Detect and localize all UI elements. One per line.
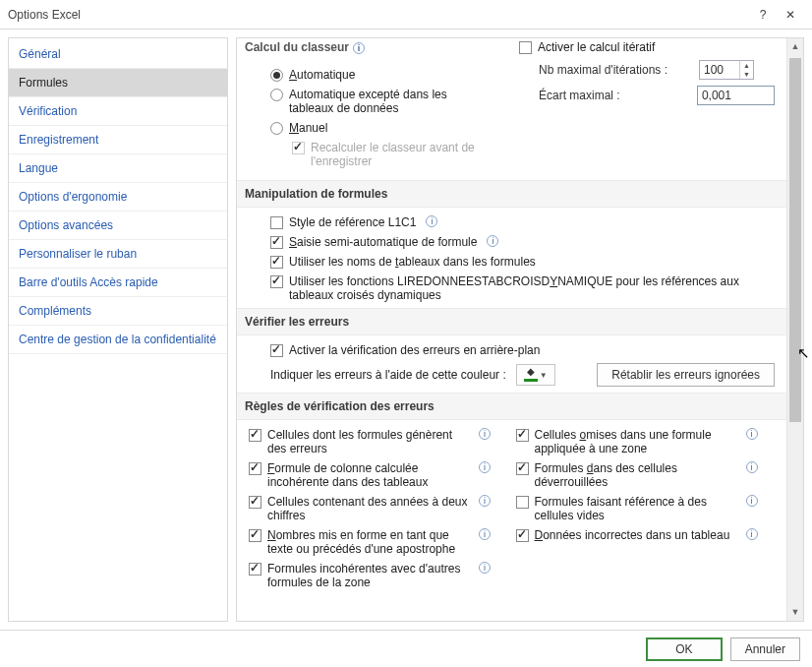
sidebar-item-quick-access[interactable]: Barre d'outils Accès rapide [9, 269, 227, 297]
label-max-change: Écart maximal : [539, 89, 689, 102]
sidebar-item-general[interactable]: Général [9, 40, 227, 69]
info-icon[interactable]: i [426, 215, 437, 227]
help-icon[interactable]: ? [749, 8, 777, 22]
category-sidebar: Général Formules Vérification Enregistre… [8, 37, 228, 622]
dialog-title: Options Excel [8, 8, 749, 22]
dialog-footer: OK Annuler [0, 630, 812, 667]
radio-manuel[interactable] [270, 122, 283, 135]
error-color-picker[interactable]: ◆ ▼ [516, 364, 555, 386]
info-icon[interactable]: i [479, 428, 491, 440]
check-rule-two-digit-year[interactable] [249, 496, 261, 509]
info-icon[interactable]: i [746, 528, 758, 540]
reset-ignored-errors-button[interactable]: Rétablir les erreurs ignorées [597, 363, 775, 387]
fill-color-icon: ◆ [524, 368, 538, 382]
section-manipulation-formules: Manipulation de formules [237, 180, 786, 208]
check-autocomplete[interactable] [270, 236, 283, 249]
spinner-down-icon[interactable]: ▼ [739, 70, 753, 79]
section-verifier-erreurs: Vérifier les erreurs [237, 308, 786, 335]
check-rule-formula-errors[interactable] [249, 429, 261, 442]
close-icon[interactable]: ✕ [777, 8, 804, 22]
scroll-down-icon[interactable]: ▼ [787, 604, 803, 621]
sidebar-item-trust-center[interactable]: Centre de gestion de la confidentialité [9, 326, 227, 354]
info-icon[interactable]: i [479, 562, 491, 574]
check-rule-unlocked[interactable] [516, 462, 529, 475]
sidebar-item-formules[interactable]: Formules [9, 69, 227, 97]
info-icon[interactable]: i [746, 461, 758, 473]
sidebar-item-complements[interactable]: Compléments [9, 297, 227, 326]
vertical-scrollbar[interactable]: ▲ ▼ [786, 38, 803, 621]
check-rule-calc-column[interactable] [249, 462, 261, 475]
check-r1c1[interactable] [270, 216, 283, 229]
check-table-names[interactable] [270, 256, 283, 269]
info-icon[interactable]: i [353, 42, 365, 54]
sidebar-item-avancees[interactable]: Options avancées [9, 212, 227, 240]
check-getpivotdata[interactable] [270, 275, 283, 288]
title-bar: Options Excel ? ✕ [0, 0, 812, 30]
check-rule-inconsistent[interactable] [249, 563, 261, 576]
info-icon[interactable]: i [487, 235, 498, 247]
check-recalc-before-save [292, 142, 305, 154]
info-icon[interactable]: i [746, 495, 758, 507]
sidebar-item-langue[interactable]: Langue [9, 154, 227, 183]
info-icon[interactable]: i [746, 428, 758, 440]
label-error-color: Indiquer les erreurs à l'aide de cette c… [270, 368, 506, 382]
check-rule-omits-cells[interactable] [516, 429, 529, 442]
section-regles-verification: Règles de vérification des erreurs [237, 393, 786, 420]
ok-button[interactable]: OK [646, 637, 722, 661]
info-icon[interactable]: i [479, 495, 491, 507]
sidebar-item-ergonomie[interactable]: Options d'ergonomie [9, 183, 227, 212]
section-calcul-classeur: Calcul du classeuri [237, 38, 531, 60]
check-rule-empty-refs[interactable] [516, 496, 529, 509]
input-max-change[interactable]: 0,001 [697, 86, 775, 105]
scroll-up-icon[interactable]: ▲ [787, 38, 803, 55]
info-icon[interactable]: i [479, 461, 491, 473]
radio-automatique[interactable] [270, 69, 283, 82]
sidebar-item-verification[interactable]: Vérification [9, 97, 227, 126]
scroll-thumb[interactable] [789, 58, 801, 422]
cancel-button[interactable]: Annuler [730, 637, 800, 661]
check-rule-number-as-text[interactable] [249, 529, 261, 542]
chevron-down-icon: ▼ [540, 371, 548, 380]
options-content: Calcul du classeuri Automatique Automati… [237, 38, 786, 621]
check-enable-iterative[interactable] [519, 41, 532, 54]
sidebar-item-enregistrement[interactable]: Enregistrement [9, 126, 227, 154]
check-rule-table-data[interactable] [516, 529, 529, 542]
radio-auto-except[interactable] [270, 89, 283, 101]
sidebar-item-ruban[interactable]: Personnaliser le ruban [9, 240, 227, 269]
spinner-up-icon[interactable]: ▲ [739, 61, 753, 70]
label-max-iterations: Nb maximal d'itérations : [539, 63, 691, 77]
check-background-error[interactable] [270, 344, 283, 357]
input-max-iterations[interactable]: 100 ▲▼ [699, 60, 754, 80]
info-icon[interactable]: i [479, 528, 491, 540]
